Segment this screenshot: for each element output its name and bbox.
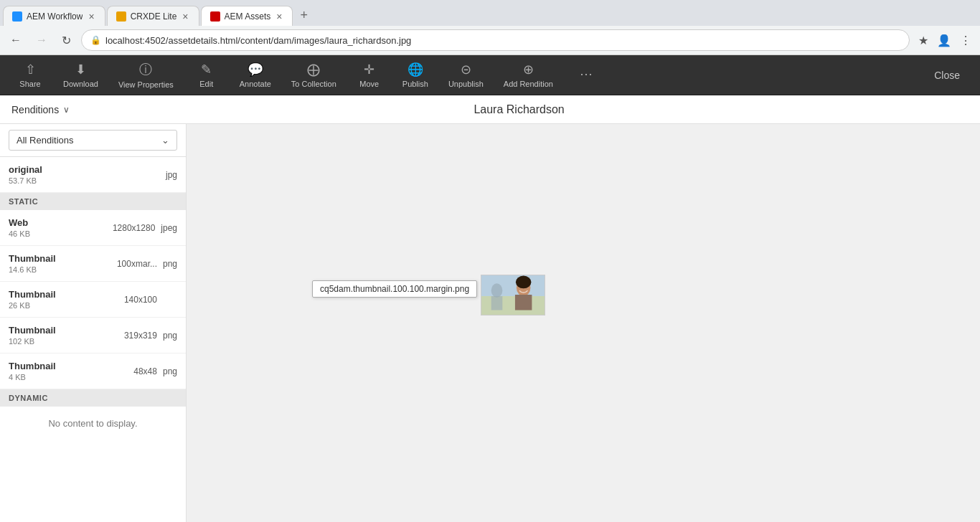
static-rendition-4-meta: 48x48 png bbox=[133, 366, 177, 376]
original-rendition-item[interactable]: original 53.7 KB jpg bbox=[0, 157, 186, 193]
static-rendition-0-info: Web 46 KB bbox=[9, 217, 113, 238]
publish-button[interactable]: 🌐 Publish bbox=[394, 56, 437, 94]
sub-header: Renditions ∨ Laura Richardson bbox=[0, 95, 980, 124]
tab-close-crxde[interactable]: × bbox=[181, 10, 189, 23]
publish-icon: 🌐 bbox=[407, 62, 423, 77]
add-rendition-icon: ⊕ bbox=[523, 62, 534, 77]
static-rendition-0-meta: 1280x1280 jpeg bbox=[113, 223, 177, 233]
svg-point-2 bbox=[491, 283, 503, 298]
static-rendition-2-name: Thumbnail bbox=[9, 289, 124, 300]
preview-image bbox=[481, 275, 545, 315]
reload-button[interactable]: ↻ bbox=[57, 31, 75, 50]
app-toolbar: ⇧ Share ⬇ Download ⓘ View Properties ✎ E… bbox=[0, 55, 980, 95]
download-button[interactable]: ⬇ Download bbox=[55, 56, 107, 94]
move-button[interactable]: ✛ Move bbox=[348, 56, 391, 94]
move-icon: ✛ bbox=[364, 62, 374, 77]
original-rendition-meta: jpg bbox=[166, 170, 177, 180]
static-rendition-2-size: 26 KB bbox=[9, 301, 124, 310]
new-tab-button[interactable]: + bbox=[294, 8, 314, 23]
sidebar: All Renditions ⌄ original 53.7 KB jpg ST… bbox=[0, 124, 187, 522]
tab-favicon-crxde bbox=[116, 11, 126, 22]
tooltip-text: cq5dam.thumbnail.100.100.margin.png bbox=[320, 284, 469, 294]
static-rendition-3[interactable]: Thumbnail 102 KB 319x319 png bbox=[0, 318, 186, 353]
chevron-down-icon: ∨ bbox=[63, 105, 70, 115]
static-rendition-1[interactable]: Thumbnail 14.6 KB 100xmar... png bbox=[0, 246, 186, 282]
forward-button[interactable]: → bbox=[32, 31, 52, 49]
filter-select[interactable]: All Renditions ⌄ bbox=[9, 130, 177, 151]
static-rendition-0[interactable]: Web 46 KB 1280x1280 jpeg bbox=[0, 210, 186, 246]
more-button[interactable]: ⋯ bbox=[565, 60, 608, 90]
edit-icon: ✎ bbox=[201, 62, 212, 77]
address-bar-row: ← → ↻ 🔒 ★ 👤 ⋮ bbox=[0, 26, 980, 54]
static-rendition-1-name: Thumbnail bbox=[9, 253, 117, 264]
static-rendition-1-format: png bbox=[163, 259, 177, 269]
static-rendition-1-size: 14.6 KB bbox=[9, 265, 117, 274]
account-button[interactable]: 👤 bbox=[934, 31, 954, 50]
unpublish-button[interactable]: ⊝ Unpublish bbox=[440, 56, 492, 94]
settings-button[interactable]: ⋮ bbox=[957, 31, 974, 50]
dynamic-section-header: DYNAMIC bbox=[0, 389, 186, 407]
address-bar: 🔒 bbox=[81, 29, 910, 51]
page-title: Laura Richardson bbox=[70, 103, 969, 116]
static-section-header: STATIC bbox=[0, 193, 186, 210]
static-rendition-0-size: 46 KB bbox=[9, 229, 113, 238]
static-rendition-3-size: 102 KB bbox=[9, 337, 124, 346]
static-rendition-3-format: png bbox=[163, 331, 177, 341]
browser-chrome: AEM Workflow × CRXDE Lite × AEM Assets ×… bbox=[0, 0, 980, 55]
renditions-toggle[interactable]: Renditions ∨ bbox=[11, 104, 70, 115]
lock-icon: 🔒 bbox=[90, 35, 101, 45]
original-rendition-info: original 53.7 KB bbox=[9, 164, 166, 185]
tab-title-aem-assets: AEM Assets bbox=[225, 11, 271, 22]
static-rendition-3-dims: 319x319 bbox=[124, 331, 157, 341]
static-rendition-3-name: Thumbnail bbox=[9, 325, 124, 336]
static-rendition-4-size: 4 KB bbox=[9, 373, 133, 381]
static-rendition-4-dims: 48x48 bbox=[133, 366, 157, 376]
static-rendition-0-name: Web bbox=[9, 217, 113, 228]
close-button[interactable]: Close bbox=[923, 64, 971, 87]
static-rendition-4-info: Thumbnail 4 KB bbox=[9, 361, 133, 381]
address-input[interactable] bbox=[105, 35, 900, 46]
preview-area: cq5dam.thumbnail.100.100.margin.png bbox=[187, 124, 980, 522]
static-rendition-2-info: Thumbnail 26 KB bbox=[9, 289, 124, 310]
static-rendition-2-meta: 140x100 png bbox=[124, 295, 177, 305]
tab-crxde-lite[interactable]: CRXDE Lite × bbox=[107, 6, 199, 26]
svg-point-6 bbox=[516, 276, 532, 289]
sidebar-filter: All Renditions ⌄ bbox=[0, 124, 186, 157]
static-rendition-2-dims: 140x100 bbox=[124, 295, 157, 305]
static-rendition-4[interactable]: Thumbnail 4 KB 48x48 png bbox=[0, 353, 186, 389]
more-icon: ⋯ bbox=[580, 66, 593, 82]
share-button[interactable]: ⇧ Share bbox=[9, 56, 52, 94]
edit-button[interactable]: ✎ Edit bbox=[185, 56, 228, 94]
annotate-button[interactable]: 💬 Annotate bbox=[231, 56, 280, 94]
static-rendition-2[interactable]: Thumbnail 26 KB 140x100 png bbox=[0, 282, 186, 318]
tab-aem-assets[interactable]: AEM Assets × bbox=[201, 6, 293, 26]
original-rendition-size: 53.7 KB bbox=[9, 176, 166, 185]
tab-aem-workflow[interactable]: AEM Workflow × bbox=[3, 6, 105, 26]
to-collection-button[interactable]: ⨁ To Collection bbox=[283, 56, 345, 94]
back-button[interactable]: ← bbox=[6, 31, 26, 49]
collection-icon: ⨁ bbox=[307, 62, 320, 77]
tab-bar: AEM Workflow × CRXDE Lite × AEM Assets ×… bbox=[0, 0, 980, 26]
main-content: All Renditions ⌄ original 53.7 KB jpg ST… bbox=[0, 124, 980, 522]
original-rendition-format: jpg bbox=[166, 170, 177, 180]
static-rendition-1-dims: 100xmar... bbox=[117, 259, 157, 269]
static-rendition-3-info: Thumbnail 102 KB bbox=[9, 325, 124, 346]
bookmark-button[interactable]: ★ bbox=[915, 31, 931, 50]
tab-close-aem-workflow[interactable]: × bbox=[87, 10, 95, 23]
preview-image-container bbox=[481, 275, 545, 315]
add-rendition-button[interactable]: ⊕ Add Rendition bbox=[495, 56, 562, 94]
svg-rect-5 bbox=[515, 295, 532, 310]
static-rendition-3-meta: 319x319 png bbox=[124, 331, 177, 341]
static-rendition-4-name: Thumbnail bbox=[9, 361, 133, 371]
unpublish-icon: ⊝ bbox=[461, 62, 471, 77]
filter-chevron-down-icon: ⌄ bbox=[161, 135, 169, 146]
svg-rect-3 bbox=[491, 296, 503, 310]
preview-svg bbox=[481, 275, 545, 315]
tab-favicon-aem-assets bbox=[210, 11, 220, 22]
tab-close-aem-assets[interactable]: × bbox=[275, 10, 283, 23]
view-properties-button[interactable]: ⓘ View Properties bbox=[110, 55, 182, 95]
share-icon: ⇧ bbox=[25, 62, 36, 77]
renditions-label: Renditions bbox=[11, 104, 59, 115]
static-rendition-1-info: Thumbnail 14.6 KB bbox=[9, 253, 117, 274]
svg-rect-1 bbox=[481, 296, 545, 315]
